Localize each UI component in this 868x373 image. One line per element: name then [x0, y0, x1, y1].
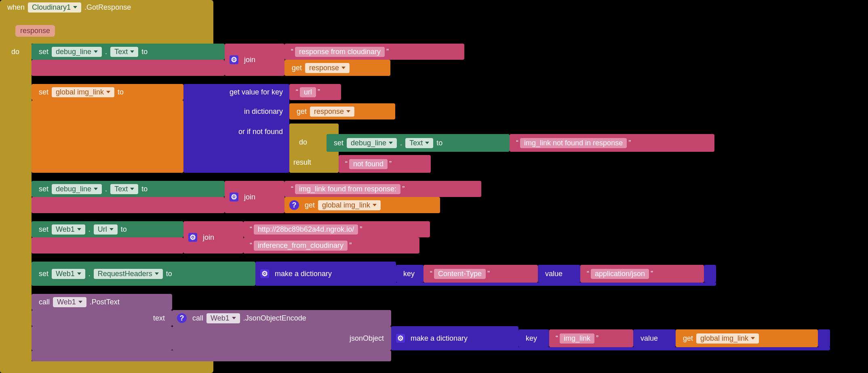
set-web1-url[interactable]: set Web1 . Url to — [32, 221, 183, 237]
body-key-lit: “img_link” — [549, 329, 633, 347]
call-jsonencode[interactable]: ? call Web1 .JsonObjectEncode — [172, 310, 391, 326]
event-block: when Cloudinary1 .GotResponse — [0, 0, 213, 15]
body-pair-tail — [818, 329, 830, 347]
nested-result-label: result — [293, 158, 311, 167]
event-bottom-cap — [0, 361, 213, 373]
join2-str1: “img_link found from response:” — [284, 181, 481, 197]
join1-str1: “response from cloudinary” — [284, 44, 464, 60]
dd-var-gil[interactable]: global img_link — [52, 87, 114, 97]
gear-icon[interactable]: ⚙ — [230, 193, 238, 201]
when-label: when — [7, 3, 25, 12]
event-suffix: .GotResponse — [84, 3, 131, 12]
nested-do-label: do — [299, 138, 307, 147]
posttext-bottom — [32, 350, 391, 361]
set-web1-headers[interactable]: set Web1 . RequestHeaders to — [32, 262, 255, 286]
call-posttext[interactable]: call Web1 .PostText — [32, 294, 172, 310]
set-global-imglink[interactable]: set global img_link to — [32, 84, 183, 100]
event-left-rail — [0, 15, 32, 373]
posttext-fill1 — [32, 326, 172, 350]
help-icon[interactable]: ? — [177, 313, 187, 323]
join-1[interactable]: ⚙ join — [225, 44, 284, 76]
gear-icon[interactable]: ⚙ — [230, 55, 238, 64]
join3-str2: “inference_from_cloudinary” — [243, 237, 419, 254]
join2-get[interactable]: ? get global img_link — [284, 197, 440, 213]
hdr-key-lit: “Content-Type” — [423, 265, 538, 283]
gear-icon[interactable]: ⚙ — [188, 233, 197, 242]
jsonencode-argrow: jsonObject — [172, 326, 391, 350]
hdr-val-label: value — [538, 265, 580, 283]
make-dict-2-bottom — [391, 347, 830, 350]
hdr-val-lit: “application/json” — [580, 265, 704, 283]
dd-comp[interactable]: debug_line — [52, 47, 102, 57]
event-component-dd[interactable]: Cloudinary1 — [28, 2, 81, 13]
join1-filler — [32, 60, 225, 76]
join2-filler — [32, 197, 225, 213]
dict-l2: in dictionary — [190, 107, 283, 116]
nested-set-msg: “img_link not found in response” — [510, 134, 714, 152]
join-3[interactable]: ⚙ join — [183, 221, 243, 254]
body-val-get[interactable]: get global img_link — [676, 329, 818, 347]
event-param[interactable]: response — [15, 25, 55, 37]
set-debugline-text-2[interactable]: set debug_line . Text to — [32, 181, 225, 197]
set-debugline-text-1[interactable]: set debug_line . Text to — [32, 44, 225, 60]
dd-var-response[interactable]: response — [305, 63, 350, 73]
gear-icon[interactable]: ⚙ — [396, 334, 405, 343]
orange-body — [32, 100, 183, 173]
join-2[interactable]: ⚙ join — [225, 181, 284, 213]
nested-result-lit: “not found” — [339, 155, 431, 173]
call-posttext-argrow: text — [32, 310, 172, 326]
join3-str1: “http://28bc89b62a4d.ngrok.io/” — [243, 221, 430, 237]
make-dict-1[interactable]: ⚙ make a dictionary — [255, 262, 396, 286]
do-label: do — [11, 48, 19, 56]
dict-l3: or if not found — [190, 128, 283, 136]
make-dict-2[interactable]: ⚙ make a dictionary — [391, 326, 518, 350]
nested-set[interactable]: set debug_line . Text to — [327, 134, 510, 152]
gear-icon[interactable]: ⚙ — [260, 269, 269, 278]
dict-key-url: “url” — [289, 84, 341, 100]
make-dict-1-bottom — [255, 283, 716, 286]
body-val-label: value — [633, 329, 676, 347]
dict-in-get[interactable]: get response — [289, 103, 395, 119]
dd-prop[interactable]: Text — [110, 47, 138, 57]
join3-filler — [32, 237, 183, 254]
help-icon[interactable]: ? — [289, 200, 299, 210]
body-key-label: key — [518, 329, 549, 347]
join1-get[interactable]: get response — [284, 60, 390, 76]
dict-l1: get value for key — [190, 88, 283, 96]
hdr-pair-tail — [704, 265, 716, 283]
hdr-pair: key — [396, 265, 423, 283]
